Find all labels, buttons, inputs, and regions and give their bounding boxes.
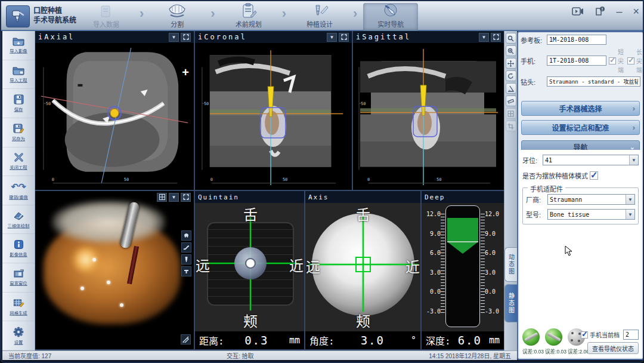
view-menu-dropdown-icon[interactable]: ▼ [169, 33, 179, 42]
panel-quintain[interactable]: Quintain 舌 远 近 颊 距离: 0.3 mm [195, 191, 305, 350]
axial-slice-image[interactable]: 50 0 50 + [35, 43, 194, 190]
sidebar-item-image-info[interactable]: 影像信息 [2, 234, 35, 263]
selected-value: Straumann [548, 196, 626, 203]
step-preop-planning[interactable]: 术前规划 [221, 3, 276, 30]
position-center-dot [245, 258, 256, 269]
coronal-slice-image[interactable]: 50 0 50 [195, 43, 352, 190]
left-toolbar: 导入影像 导入工程 保存 另存为 关闭工程 ↶↷ 撤销/重做 三维体绘制 影像信 [2, 31, 35, 350]
view-coronal[interactable]: iCoronal ▼ [195, 31, 353, 191]
adapter-group-title: 手机适配件 [528, 184, 565, 193]
close-button[interactable]: × [633, 6, 639, 17]
marker-registration-button[interactable]: 设置标记点和配准 › [521, 120, 640, 135]
draw-pen-icon[interactable] [181, 334, 191, 344]
view-menu-dropdown-icon[interactable]: ▼ [169, 193, 179, 202]
tooth-layer-icon[interactable] [181, 230, 191, 241]
svg-text:50: 50 [46, 101, 51, 106]
angle-measure-icon[interactable] [506, 83, 516, 94]
3d-layer-toolbar [181, 230, 191, 276]
zoom-in-icon[interactable] [506, 45, 516, 56]
tracking-error-value: 误差:2.00 [568, 347, 584, 355]
sidebar-item-window-level[interactable]: 窗宽窗位 [2, 263, 35, 293]
report-export-icon[interactable] [595, 6, 605, 17]
sidebar-item-save-as[interactable]: 另存为 [2, 118, 35, 147]
direction-label-distal: 远 [196, 254, 210, 275]
sagittal-slice-image[interactable]: 50 0 50 [353, 43, 504, 190]
sidebar-item-mesh-generation[interactable]: 网格生成 [2, 293, 35, 322]
instrument-select-button[interactable]: 手术器械选择 › [521, 101, 640, 116]
selected-value: 41 [543, 157, 629, 164]
nerve-layer-icon[interactable] [181, 242, 191, 253]
model-select[interactable]: Bone tissue ▼ [547, 209, 635, 220]
button-label: 手术器械选择 [559, 103, 602, 113]
handpiece-input[interactable] [547, 56, 606, 66]
tooth-position-select[interactable]: 41 ▼ [543, 155, 639, 165]
reference-tracker-icon[interactable] [522, 328, 540, 346]
view-sagittal[interactable]: iSagittal ▼ [353, 31, 504, 191]
reference-plate-input[interactable] [547, 35, 606, 45]
view-expand-icon[interactable] [491, 33, 501, 42]
gauge-tick-label: 3.0 [485, 269, 503, 276]
step-segmentation[interactable]: 分割 [150, 3, 205, 30]
grid-tool-icon[interactable] [506, 108, 516, 119]
long-tip-checkbox[interactable]: ✓ [627, 57, 634, 64]
save-as-icon [13, 124, 24, 134]
gauge-tick-label: 12.0 [485, 211, 503, 217]
direction-label-mesial: 近 [289, 254, 304, 275]
tab-static-view[interactable]: 静态图 [504, 284, 517, 322]
view-menu-dropdown-icon[interactable]: ▼ [327, 33, 337, 42]
crown-layer-icon[interactable] [181, 266, 191, 276]
navigator-status-button[interactable]: 查看导航仪状态 [587, 342, 639, 354]
magnifier-icon[interactable] [506, 33, 516, 44]
model-label: 型号: [526, 210, 547, 219]
short-tip-checkbox[interactable]: ✓ [609, 57, 616, 64]
teeth-arch [52, 201, 165, 244]
implant-layer-icon[interactable] [181, 254, 191, 264]
volume-3d-image[interactable] [35, 191, 194, 349]
reference-plate-label: 参考板: [521, 35, 547, 45]
gauge-tick-label: -3.0 [485, 308, 503, 315]
view-expand-icon[interactable] [339, 33, 349, 42]
folder-project-icon [13, 66, 24, 75]
ruler-icon[interactable] [506, 96, 516, 106]
app-title-line2: 手术导航系统 [33, 16, 76, 25]
step-implant-design[interactable]: 种植设计 [292, 3, 347, 30]
vendor-select[interactable]: Straumann ▼ [547, 194, 635, 205]
gauge-tick-label: 6.0 [423, 250, 441, 256]
implant-mode-checkbox[interactable]: ✓ [590, 171, 598, 180]
handpiece-tracker-icon[interactable] [545, 328, 562, 346]
step-realtime-navigation[interactable]: 实时导航 [363, 3, 418, 30]
tab-label: 动态图 [507, 254, 516, 275]
view-menu-dropdown-icon[interactable]: ▼ [479, 33, 489, 42]
sidebar-item-close-project[interactable]: 关闭工程 [2, 147, 35, 177]
panel-axis[interactable]: Axis 舌 远 近 颊 角度: 3.0 ° [305, 191, 422, 350]
gear-input[interactable] [623, 330, 639, 340]
view-expand-icon[interactable] [181, 193, 191, 202]
sidebar-item-save[interactable]: 保存 [2, 89, 35, 118]
sidebar-item-import-image[interactable]: 导入影像 [2, 31, 35, 60]
view-3d[interactable]: ▼ [35, 191, 195, 350]
layout-grid-icon[interactable] [157, 193, 167, 202]
sidebar-item-settings[interactable]: 设置 [2, 321, 35, 350]
rotate-icon[interactable] [506, 70, 516, 81]
drill-input[interactable] [547, 76, 640, 87]
fiducial-marker [107, 281, 110, 284]
svg-text:50: 50 [436, 177, 441, 182]
sidebar-item-undo-redo[interactable]: ↶↷ 撤销/重做 [2, 176, 35, 205]
info-icon [14, 239, 24, 250]
svg-text:50: 50 [124, 177, 129, 182]
zoom-plus-icon[interactable]: + [179, 67, 191, 79]
video-record-icon[interactable] [572, 7, 584, 16]
panel-deep[interactable]: Deep 12.0 9.0 6.0 3.0 [422, 191, 504, 350]
view-axial[interactable]: iAxial ▼ [35, 31, 195, 191]
combo-arrow-icon: ▼ [626, 195, 634, 204]
direction-label-lingual: 舌 [243, 203, 258, 224]
sidebar-item-volume-rendering[interactable]: 三维体绘制 [2, 205, 35, 235]
minimize-button[interactable]: – [616, 6, 622, 17]
tab-dynamic-view[interactable]: 动态图 [504, 247, 517, 282]
view-expand-icon[interactable] [181, 33, 191, 42]
crop-tool-icon[interactable] [506, 121, 516, 131]
app-window: 口腔种植 手术导航系统 导入数据 › 分割 [0, 0, 644, 363]
gear-checkbox[interactable]: ✓ [581, 331, 588, 339]
pan-icon[interactable] [506, 58, 516, 69]
sidebar-item-import-project[interactable]: 导入工程 [2, 60, 35, 90]
